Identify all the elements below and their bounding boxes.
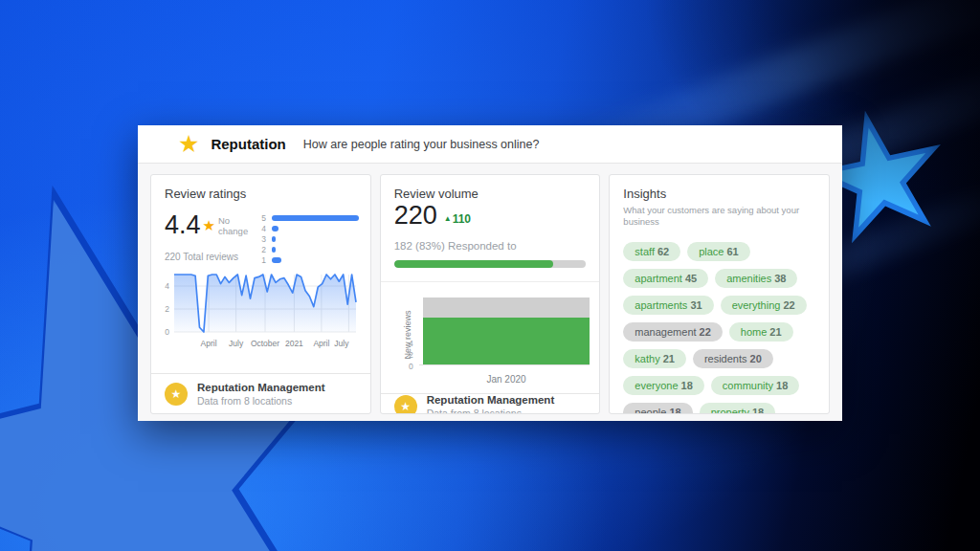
svg-text:October: October (251, 339, 279, 348)
svg-text:April: April (201, 339, 217, 348)
keyword-pill[interactable]: apartment45 (623, 269, 708, 288)
insights-card: Insights What your customers are saying … (609, 174, 830, 414)
rating-bar-label: 4 (256, 224, 266, 233)
footer-title: Reputation Management (427, 394, 555, 406)
rating-bar-label: 3 (256, 234, 266, 244)
svg-text:2: 2 (165, 304, 169, 314)
x-axis-line (419, 364, 590, 365)
reputation-panel: ★ Reputation How are people rating your … (138, 125, 842, 421)
rating-bar (272, 215, 359, 221)
rating-bar-label: 2 (256, 245, 266, 254)
review-ratings-card: Review ratings 4.4 ★ No change 220 Total… (150, 174, 371, 414)
responded-label: 182 (83%) Responded to (381, 229, 600, 252)
review-volume-value: 220 (394, 203, 437, 229)
responded-segment (423, 318, 590, 364)
average-rating-value: 4.4 (165, 210, 201, 240)
rating-bar (272, 257, 281, 263)
y-axis-tick: 2 (409, 350, 413, 360)
rating-bar (272, 236, 276, 242)
svg-text:April: April (313, 339, 329, 348)
rating-bar-row: 3 (256, 233, 359, 244)
footer-subtitle: Data from 8 locations (427, 408, 555, 414)
stacked-bar (423, 298, 590, 364)
rating-bar-label: 5 (256, 213, 266, 223)
keyword-pill[interactable]: everyone18 (623, 376, 704, 395)
svg-text:4: 4 (165, 281, 169, 291)
page-subtitle: How are people rating your business onli… (303, 138, 540, 151)
rating-change-label: No change (218, 215, 256, 236)
keyword-tags: staff62place61apartment45amenities38apar… (610, 229, 829, 414)
star-icon: ★ (178, 132, 199, 156)
keyword-pill[interactable]: property18 (700, 403, 776, 414)
reputation-badge-star-icon: ★ (165, 383, 188, 406)
keyword-pill[interactable]: everything22 (721, 296, 807, 315)
panel-header: ★ Reputation How are people rating your … (138, 125, 842, 164)
page-title: Reputation (211, 136, 285, 152)
keyword-pill[interactable]: amenities38 (715, 269, 797, 288)
footer-title: Reputation Management (197, 382, 325, 393)
rating-bar-row: 4 (256, 223, 359, 233)
rating-distribution-chart: 54321 (256, 210, 359, 265)
responded-progress-fill (394, 260, 554, 268)
not-responded-segment (423, 298, 590, 318)
rating-star-icon: ★ (203, 217, 215, 234)
card-title: Insights (610, 175, 829, 201)
card-footer: ★ Reputation Management Data from 8 loca… (381, 393, 600, 414)
x-axis-category: Jan 2020 (423, 374, 590, 385)
new-reviews-chart: New reviews 420 Jan 2020 (381, 286, 600, 393)
insights-subtitle: What your customers are saying about you… (610, 201, 829, 229)
svg-text:0: 0 (165, 327, 169, 337)
review-volume-card: Review volume 220 ▲110 182 (83%) Respond… (380, 174, 601, 414)
rating-bar-row: 5 (256, 212, 359, 223)
svg-text:July: July (229, 339, 244, 348)
keyword-pill[interactable]: apartments31 (623, 296, 713, 315)
keyword-pill[interactable]: place61 (687, 242, 750, 261)
review-volume-delta: ▲110 (444, 212, 471, 226)
keyword-pill[interactable]: staff62 (623, 242, 680, 261)
y-axis-ticks: 420 (400, 286, 413, 393)
keyword-pill[interactable]: kathy21 (623, 349, 686, 368)
rating-bar-label: 1 (256, 255, 266, 265)
responded-progress-bar (394, 260, 587, 268)
y-axis-tick: 0 (409, 362, 413, 371)
svg-text:2021: 2021 (285, 339, 303, 348)
divider (381, 281, 600, 282)
y-axis-tick: 4 (409, 339, 413, 348)
rating-bar (272, 226, 278, 231)
card-footer: ★ Reputation Management Data from 8 loca… (151, 373, 370, 413)
rating-bar (272, 247, 276, 253)
reputation-badge-star-icon: ★ (394, 395, 417, 414)
rating-trend-svg: 420AprilJulyOctober2021AprilJuly (161, 271, 358, 353)
keyword-pill[interactable]: residents20 (693, 349, 773, 368)
rating-bar-row: 2 (256, 244, 359, 254)
keyword-pill[interactable]: people18 (623, 403, 692, 414)
keyword-pill[interactable]: community18 (711, 376, 799, 395)
card-title: Review ratings (151, 175, 370, 201)
footer-subtitle: Data from 8 locations (197, 395, 325, 407)
total-reviews-label: 220 Total reviews (165, 252, 256, 262)
card-title: Review volume (381, 175, 600, 201)
up-arrow-icon: ▲ (444, 214, 452, 223)
svg-text:July: July (334, 339, 349, 348)
rating-bar-row: 1 (256, 254, 359, 265)
keyword-pill[interactable]: home21 (729, 322, 793, 342)
keyword-pill[interactable]: management22 (623, 322, 722, 342)
rating-trend-chart: 420AprilJulyOctober2021AprilJuly (151, 265, 370, 357)
